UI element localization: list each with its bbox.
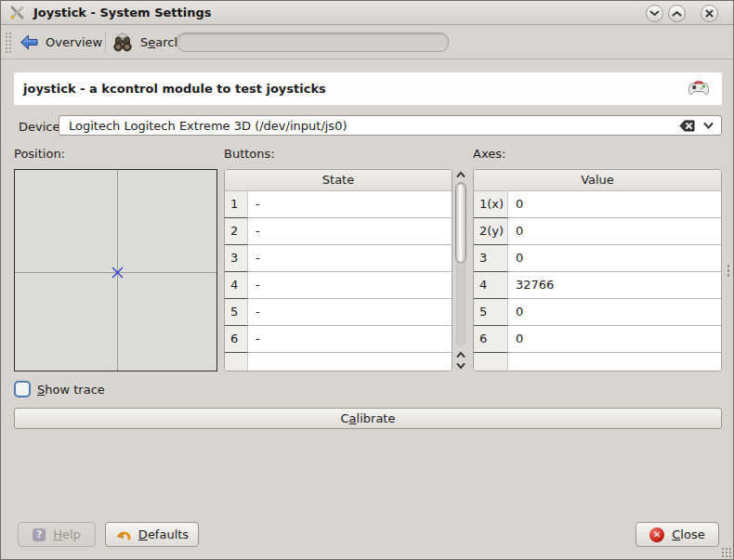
close-icon (705, 9, 714, 18)
overview-button[interactable]: Overview (14, 29, 108, 56)
chevron-down-icon[interactable] (703, 123, 714, 129)
module-header: joystick - a kcontrol module to test joy… (14, 72, 722, 105)
buttons-column-header: State (225, 170, 452, 191)
axes-table: Value 1(x) 0 2(y) 0 3 0 4 32766 5 0 6 0 (473, 169, 722, 371)
close-circle-icon: ✕ (649, 527, 664, 542)
shade-button[interactable] (646, 5, 663, 22)
table-row: 3 - (225, 245, 452, 272)
undo-arrow-icon (115, 527, 131, 541)
back-arrow-icon (20, 34, 39, 50)
table-row: 4 32766 (474, 272, 721, 299)
scrollbar-thumb[interactable] (455, 183, 466, 263)
joystick-settings-window: Joystick - System Settings Overview (0, 0, 734, 560)
calibrate-button[interactable]: Calibrate (14, 408, 722, 429)
toolbar-separator (105, 32, 106, 54)
gamepad-icon (688, 78, 710, 98)
buttons-label: Buttons: (224, 147, 275, 161)
crossed-tools-icon (9, 5, 25, 20)
toolbar-drag-handle[interactable] (5, 32, 12, 53)
device-label: Device: (19, 120, 64, 134)
scroll-down-icon[interactable] (456, 361, 465, 371)
row-value: 0 (508, 218, 721, 245)
resize-grip-corner[interactable] (721, 547, 732, 558)
table-row: 1 - (225, 191, 452, 218)
table-row-partial (474, 353, 721, 371)
overview-label: Overview (46, 35, 102, 49)
buttons-scrollbar[interactable] (454, 170, 467, 371)
row-value: - (248, 326, 452, 353)
row-header: 2(y) (474, 218, 508, 245)
row-value: 0 (508, 299, 721, 326)
resize-grip-right[interactable] (727, 264, 730, 279)
position-label: Position: (14, 147, 65, 161)
row-value: - (248, 272, 452, 299)
show-trace-option[interactable]: Show trace (14, 381, 105, 397)
row-header: 1 (225, 191, 248, 218)
window-title: Joystick - System Settings (33, 6, 212, 20)
defaults-button[interactable]: Defaults (105, 522, 199, 547)
unshade-button[interactable] (668, 5, 686, 22)
row-value: - (248, 245, 452, 272)
help-icon: ? (33, 528, 46, 541)
device-value: Logitech Logitech Extreme 3D (/dev/input… (69, 119, 679, 133)
row-header: 6 (474, 326, 508, 353)
help-button[interactable]: ? Help (18, 522, 96, 547)
row-header: 3 (225, 245, 248, 272)
row-header: 1(x) (474, 191, 508, 218)
defaults-label: Defaults (138, 527, 189, 541)
axes-label: Axes: (473, 147, 505, 161)
row-value: - (248, 191, 452, 218)
row-header: 5 (474, 299, 508, 326)
search-binoculars-icon (111, 31, 135, 55)
close-label: Close (672, 527, 704, 541)
row-header: 4 (474, 272, 508, 299)
buttons-table: State 1 - 2 - 3 - 4 - 5 - 6 - (224, 169, 452, 371)
help-label: Help (53, 527, 81, 541)
row-value: 0 (508, 245, 721, 272)
close-button[interactable]: ✕ Close (636, 522, 719, 547)
scroll-up-icon[interactable] (456, 350, 465, 359)
table-row: 5 - (225, 299, 452, 326)
row-header: 5 (225, 299, 248, 326)
row-header: 6 (225, 326, 248, 353)
clear-text-icon[interactable] (679, 120, 695, 132)
table-row: 2 - (225, 218, 452, 245)
table-row: 3 0 (474, 245, 721, 272)
show-trace-label[interactable]: Show trace (37, 383, 105, 397)
device-combobox[interactable]: Logitech Logitech Extreme 3D (/dev/input… (59, 115, 722, 136)
row-value: 0 (508, 191, 721, 218)
table-row: 6 0 (474, 326, 721, 353)
row-value: 0 (508, 326, 721, 353)
row-value: - (248, 299, 452, 326)
titlebar[interactable]: Joystick - System Settings (1, 1, 733, 25)
table-row: 6 - (225, 326, 452, 353)
table-row: 4 - (225, 272, 452, 299)
show-trace-checkbox[interactable] (14, 381, 31, 397)
chevron-up-icon (672, 10, 682, 17)
position-pad (14, 169, 217, 371)
position-marker-icon (111, 267, 124, 279)
table-row: 1(x) 0 (474, 191, 721, 218)
scroll-up-icon[interactable] (456, 170, 465, 179)
search-input[interactable] (177, 33, 449, 52)
axes-column-header: Value (474, 170, 721, 191)
table-row-partial (225, 353, 452, 371)
row-header: 4 (225, 272, 248, 299)
module-title: joystick - a kcontrol module to test joy… (23, 82, 326, 96)
row-header: 2 (225, 218, 248, 245)
table-row: 2(y) 0 (474, 218, 721, 245)
row-value: - (248, 218, 452, 245)
toolbar: Overview Search: (1, 25, 733, 59)
chevron-down-icon (649, 10, 660, 17)
row-header: 3 (474, 245, 508, 272)
row-value: 32766 (508, 272, 721, 299)
window-close-button[interactable] (701, 5, 718, 22)
table-row: 5 0 (474, 299, 721, 326)
